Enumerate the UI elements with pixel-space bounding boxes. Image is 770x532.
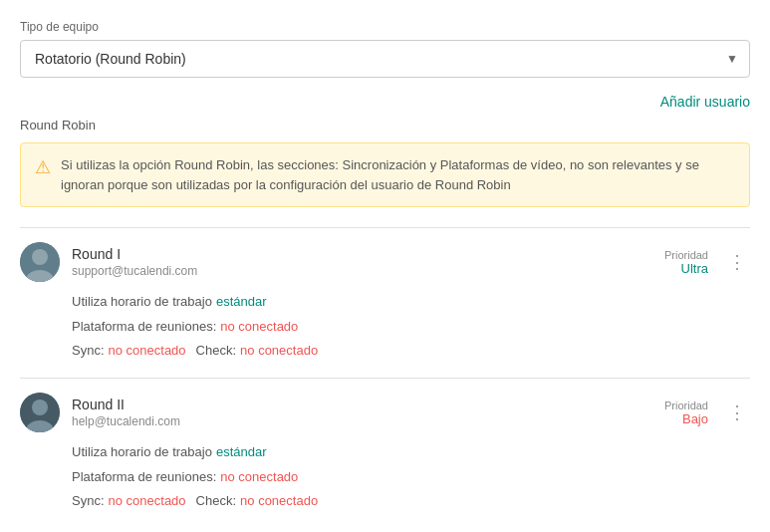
schedule-prefix-1: Utiliza horario de trabajo [72, 440, 212, 465]
priority-label-0: Prioridad [664, 249, 708, 261]
field-label: Tipo de equipo [20, 20, 750, 34]
user-info-1: Round II help@tucalendi.com [72, 397, 180, 428]
user-menu-button-0[interactable]: ⋮ [724, 249, 750, 275]
priority-label-1: Prioridad [664, 399, 708, 411]
user-email-1: help@tucalendi.com [72, 414, 180, 428]
sync-prefix-1: Sync: [72, 489, 105, 514]
user-header-1: Round II help@tucalendi.com Prioridad Ba… [20, 393, 750, 432]
priority-value-1: Bajo [664, 411, 708, 426]
user-details-1: Utiliza horario de trabajo estándar Plat… [72, 440, 750, 514]
user-info-0: Round I support@tucalendi.com [72, 246, 197, 278]
check-link-1[interactable]: no conectado [240, 489, 318, 514]
sync-check-row-1: Sync: no conectado Check: no conectado [72, 489, 750, 514]
svg-point-1 [32, 249, 48, 265]
warning-text: Si utilizas la opción Round Robin, las s… [61, 155, 735, 194]
user-email-0: support@tucalendi.com [72, 264, 197, 278]
schedule-link-0[interactable]: estándar [216, 290, 267, 315]
sync-link-1[interactable]: no conectado [109, 489, 186, 514]
sync-check-row-0: Sync: no conectado Check: no conectado [72, 339, 750, 364]
schedule-prefix-0: Utiliza horario de trabajo [72, 290, 212, 315]
warning-icon: ⚠ [35, 156, 51, 178]
sync-prefix-0: Sync: [72, 339, 105, 364]
add-user-row: Añadir usuario [20, 94, 750, 110]
check-prefix-0: Check: [196, 339, 236, 364]
schedule-link-1[interactable]: estándar [216, 440, 267, 465]
avatar-0 [20, 242, 60, 282]
platform-row-1: Plataforma de reuniones: no conectado [72, 465, 750, 490]
user-right-1: Prioridad Bajo ⋮ [664, 399, 750, 426]
section-title: Round Robin [20, 118, 750, 133]
sync-link-0[interactable]: no conectado [109, 339, 186, 364]
avatar-svg-1 [20, 393, 60, 432]
check-link-0[interactable]: no conectado [240, 339, 318, 364]
priority-block-0: Prioridad Ultra [664, 249, 708, 276]
platform-prefix-0: Plataforma de reuniones: [72, 315, 216, 340]
user-header-0: Round I support@tucalendi.com Prioridad … [20, 242, 750, 282]
user-left-0: Round I support@tucalendi.com [20, 242, 197, 282]
user-name-0: Round I [72, 246, 197, 262]
user-card-1: Round II help@tucalendi.com Prioridad Ba… [20, 378, 750, 528]
platform-link-0[interactable]: no conectado [220, 315, 298, 340]
priority-block-1: Prioridad Bajo [664, 399, 708, 426]
platform-row-0: Plataforma de reuniones: no conectado [72, 315, 750, 340]
team-type-select[interactable]: Rotatorio (Round Robin)Estándar [20, 40, 750, 78]
svg-point-4 [32, 399, 48, 415]
user-left-1: Round II help@tucalendi.com [20, 393, 180, 432]
priority-value-0: Ultra [664, 261, 708, 276]
schedule-row-1: Utiliza horario de trabajo estándar [72, 440, 750, 465]
warning-box: ⚠ Si utilizas la opción Round Robin, las… [20, 142, 750, 207]
schedule-row-0: Utiliza horario de trabajo estándar [72, 290, 750, 315]
user-card-0: Round I support@tucalendi.com Prioridad … [20, 227, 750, 378]
user-name-1: Round II [72, 397, 180, 412]
platform-prefix-1: Plataforma de reuniones: [72, 465, 216, 490]
user-right-0: Prioridad Ultra ⋮ [664, 249, 750, 276]
avatar-svg-0 [20, 242, 60, 282]
add-user-button[interactable]: Añadir usuario [660, 94, 750, 110]
avatar-1 [20, 393, 60, 432]
team-type-select-wrapper: Rotatorio (Round Robin)Estándar ▼ [20, 40, 750, 78]
platform-link-1[interactable]: no conectado [220, 465, 298, 490]
check-prefix-1: Check: [196, 489, 236, 514]
user-menu-button-1[interactable]: ⋮ [724, 399, 750, 425]
user-details-0: Utiliza horario de trabajo estándar Plat… [72, 290, 750, 364]
